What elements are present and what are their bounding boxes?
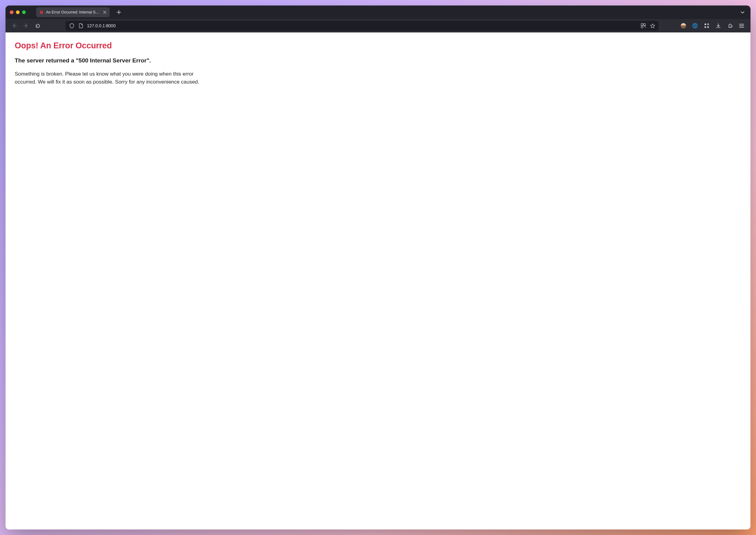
reload-button[interactable] <box>32 21 43 30</box>
onepassword-button[interactable] <box>690 21 700 30</box>
download-icon <box>716 23 721 28</box>
tabs-overflow-button[interactable] <box>738 8 747 16</box>
reload-icon <box>35 23 41 28</box>
container-tabs-icon[interactable] <box>640 23 646 28</box>
window-minimize-button[interactable] <box>16 11 19 14</box>
app-menu-button[interactable] <box>737 21 747 30</box>
address-bar[interactable] <box>66 21 659 31</box>
url-input[interactable] <box>87 23 637 28</box>
new-tab-button[interactable] <box>114 8 123 16</box>
tab-bar: An Error Occurred: Internal Server Error <box>6 6 750 19</box>
puzzle-icon <box>728 23 733 28</box>
error-x-icon <box>39 10 44 14</box>
tab-close-button[interactable] <box>103 10 106 15</box>
arrow-right-icon <box>23 23 29 28</box>
error-subheading: The server returned a "500 Internal Serv… <box>15 57 741 64</box>
profile-avatar-icon <box>680 23 686 28</box>
chevron-down-icon <box>741 10 745 14</box>
svg-rect-2 <box>641 26 643 28</box>
browser-tab[interactable]: An Error Occurred: Internal Server Error <box>36 7 110 17</box>
svg-rect-4 <box>707 26 709 28</box>
onepassword-icon <box>693 23 698 28</box>
extensions-button[interactable] <box>725 21 735 30</box>
browser-window: An Error Occurred: Internal Server Error <box>6 6 750 529</box>
tab-title: An Error Occurred: Internal Server Error <box>46 10 100 14</box>
forward-button[interactable] <box>21 21 31 30</box>
apps-grid-icon <box>704 23 709 28</box>
window-controls <box>10 11 26 14</box>
star-icon[interactable] <box>650 23 655 28</box>
back-button[interactable] <box>9 21 19 30</box>
toolbar-right-group <box>678 21 747 30</box>
svg-rect-0 <box>641 24 643 25</box>
profile-button[interactable] <box>678 21 689 30</box>
window-maximize-button[interactable] <box>22 11 26 14</box>
page-icon[interactable] <box>78 23 84 28</box>
error-heading: Oops! An Error Occurred <box>15 41 741 50</box>
hamburger-icon <box>739 24 744 28</box>
window-close-button[interactable] <box>10 11 14 14</box>
shield-icon[interactable] <box>69 23 75 28</box>
svg-rect-5 <box>705 26 706 28</box>
downloads-button[interactable] <box>713 21 724 30</box>
apps-button[interactable] <box>702 21 712 30</box>
navigation-toolbar <box>6 19 750 32</box>
page-content: Oops! An Error Occurred The server retur… <box>6 32 750 529</box>
arrow-left-icon <box>12 23 17 28</box>
svg-rect-1 <box>644 24 646 25</box>
svg-rect-3 <box>705 24 706 25</box>
error-body-text: Something is broken. Please let us know … <box>15 70 211 86</box>
